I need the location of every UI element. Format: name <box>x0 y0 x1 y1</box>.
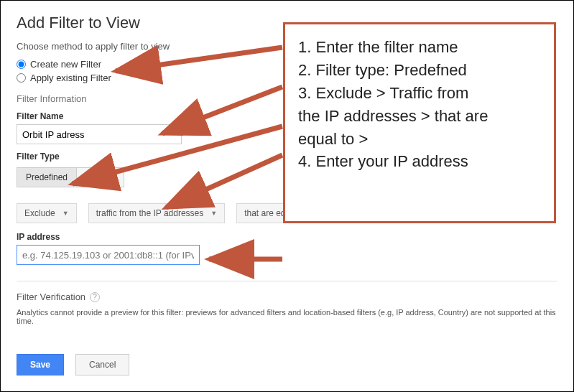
divider <box>17 281 557 281</box>
annotation-step-4: 4. Enter your IP address <box>298 150 541 173</box>
apply-existing-filter-label: Apply existing Filter <box>30 73 111 83</box>
annotation-step-3-line1: 3. Exclude > Traffic from <box>298 82 541 105</box>
create-new-filter-label: Create new Filter <box>30 59 101 70</box>
exclude-dropdown[interactable]: Exclude ▼ <box>17 203 77 223</box>
create-new-filter-radio-input[interactable] <box>17 60 26 69</box>
exclude-dropdown-label: Exclude <box>24 208 55 218</box>
cancel-button[interactable]: Cancel <box>75 354 129 375</box>
caret-down-icon: ▼ <box>63 210 69 217</box>
save-button[interactable]: Save <box>17 354 64 375</box>
ip-address-input[interactable] <box>17 245 200 265</box>
annotation-box: 1. Enter the filter name 2. Filter type:… <box>283 22 556 223</box>
custom-button[interactable]: Custom <box>77 167 124 187</box>
help-icon[interactable]: ? <box>90 292 100 302</box>
apply-existing-filter-radio-input[interactable] <box>17 73 26 83</box>
annotation-step-3-line3: equal to > <box>298 128 541 151</box>
source-dropdown[interactable]: traffic from the IP addresses ▼ <box>88 203 226 223</box>
annotation-step-3-line2: the IP addresses > that are <box>298 105 541 128</box>
predefined-button[interactable]: Predefined <box>17 167 77 187</box>
button-row: Save Cancel <box>17 354 557 375</box>
filter-name-input[interactable] <box>17 124 182 144</box>
filter-type-toggle: Predefined Custom <box>17 167 124 187</box>
ip-address-label: IP address <box>17 232 557 242</box>
annotation-step-2: 2. Filter type: Predefned <box>298 59 541 82</box>
caret-down-icon: ▼ <box>210 210 217 217</box>
source-dropdown-label: traffic from the IP addresses <box>96 208 204 218</box>
filter-verification-text: Analytics cannot provide a preview for t… <box>17 308 557 325</box>
filter-verification-heading: Filter Verification ? <box>17 291 557 302</box>
annotation-step-1: 1. Enter the filter name <box>298 36 541 59</box>
filter-verification-label: Filter Verification <box>17 291 85 302</box>
